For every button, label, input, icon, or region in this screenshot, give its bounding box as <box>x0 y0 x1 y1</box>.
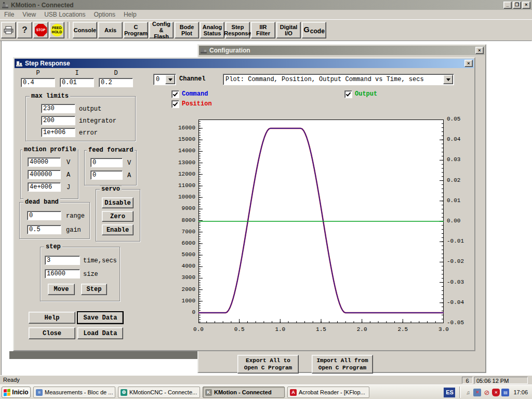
d-field[interactable] <box>99 78 133 87</box>
axis-tick-label: 0.5 <box>229 326 250 332</box>
start-button[interactable]: Inicio <box>2 387 31 398</box>
step-time-field[interactable] <box>45 256 80 265</box>
axis-tick-label: 14000 <box>168 148 195 154</box>
deadband-gain-field[interactable] <box>27 225 61 234</box>
no-entry-icon[interactable]: ⊘ <box>483 389 490 396</box>
load-data-button[interactable]: Load Data <box>77 327 123 339</box>
ff-accel-field[interactable] <box>90 170 123 180</box>
step-size-label: size <box>83 271 98 278</box>
toolbar-bode-plot-button[interactable]: BodePlot <box>175 22 199 38</box>
output-checkbox-label: Output <box>355 90 377 98</box>
output-checkbox[interactable] <box>344 90 352 98</box>
status-bar: Ready 6 05:06 12 PM <box>0 375 532 385</box>
plot-type-select[interactable]: Plot: Command, Position, Output Command … <box>223 74 454 85</box>
stop-button[interactable]: STOP <box>33 22 48 38</box>
axis-tick-label: 16000 <box>168 125 195 131</box>
dialog-close-button[interactable]: × <box>464 60 473 67</box>
max-error-field[interactable] <box>41 128 75 137</box>
task-acrobat[interactable]: A Acrobat Reader - [KFlop... <box>287 387 369 398</box>
configuration-close-button[interactable]: × <box>475 47 484 54</box>
menu-options[interactable]: Options <box>90 10 119 19</box>
help-button[interactable]: ? <box>17 22 32 38</box>
toolbar-config-flash-button[interactable]: Config& Flash <box>149 22 174 38</box>
axis-tick-label: 8000 <box>168 217 195 223</box>
toolbar-analog-status-button[interactable]: AnalogStatus <box>200 22 224 38</box>
kmotion-task-icon: K <box>205 389 212 396</box>
acrobat-icon: A <box>290 389 297 396</box>
language-indicator[interactable]: ES <box>444 388 455 397</box>
restore-button[interactable]: ❐ <box>513 2 521 9</box>
step-button[interactable]: Step <box>81 284 107 295</box>
dialog-titlebar: Step Response × <box>15 59 474 68</box>
notepad-icon: ≡ <box>36 389 43 396</box>
feed-hold-button[interactable]: FEEDHOLD <box>49 22 64 38</box>
save-data-button[interactable]: Save Data <box>77 312 123 324</box>
network-error-icon[interactable]: ✕ <box>473 389 481 396</box>
export-all-button[interactable]: Export All toOpen C Program <box>237 355 299 374</box>
axis-tick-label: 15000 <box>168 136 195 142</box>
servo-zero-button[interactable]: Zero <box>102 211 134 222</box>
tray-separator <box>459 387 461 398</box>
axis-tick-label: 7000 <box>168 229 195 235</box>
plot-dropdown-icon[interactable] <box>443 75 453 84</box>
security-shield-icon[interactable]: ✕ <box>492 389 500 396</box>
task-kmotioncnc[interactable]: ⚙ KMotionCNC - Connecte... <box>118 387 200 398</box>
max-output-field[interactable] <box>41 104 75 113</box>
position-checkbox[interactable] <box>171 100 179 108</box>
max-integrator-field[interactable] <box>41 116 75 125</box>
volume-icon[interactable]: ♫ <box>464 389 472 396</box>
toolbar-console-button[interactable]: Console <box>73 22 97 38</box>
profile-jerk-field[interactable] <box>28 182 61 192</box>
profile-accel-field[interactable] <box>28 170 61 179</box>
max-error-label: error <box>79 129 98 137</box>
close-button[interactable]: × <box>522 2 530 9</box>
ff-velocity-field[interactable] <box>90 158 123 167</box>
menu-usb-locations[interactable]: USB Locations <box>40 10 89 19</box>
command-checkbox[interactable] <box>171 90 179 98</box>
axis-tick-label: -0.03 <box>447 279 474 285</box>
toolbar-iir-filter-button[interactable]: IIRFilter <box>251 22 275 38</box>
step-size-field[interactable] <box>45 269 80 278</box>
axis-tick-label: 10000 <box>168 194 195 200</box>
minimize-button[interactable]: _ <box>503 2 512 9</box>
channel-select[interactable]: 0 <box>153 74 176 85</box>
import-all-button[interactable]: Import All fromOpen C Program <box>312 355 373 374</box>
i-field[interactable] <box>60 78 94 87</box>
toolbar-separator <box>68 22 70 38</box>
axis-tick-label: 0.04 <box>447 136 474 142</box>
desktop: KMotion - Connected _ ❐ × File View USB … <box>0 0 532 399</box>
help-icon: ? <box>22 27 27 33</box>
step-group: step time,secs size Move Step <box>40 247 120 301</box>
menu-help[interactable]: Help <box>119 10 141 19</box>
max-output-label: output <box>79 105 101 113</box>
servo-group: servo Disable Zero Enable <box>96 189 140 242</box>
deadband-range-label: range <box>66 212 85 220</box>
language-bar-icon[interactable]: ▤ <box>501 389 509 396</box>
toolbar-digital-io-button[interactable]: DigitalI/O <box>276 22 301 38</box>
profile-velocity-field[interactable] <box>28 157 61 167</box>
servo-disable-button[interactable]: Disable <box>102 197 134 208</box>
toolbar-gcode-button[interactable]: Gcode <box>302 22 326 38</box>
task-measurements[interactable]: ≡ Measurements - Bloc de ... <box>33 387 115 398</box>
toolbar: ? STOP FEEDHOLD Console Axis CProgram Co… <box>0 19 532 41</box>
menu-view[interactable]: View <box>18 10 40 19</box>
axis-tick-label: 0.03 <box>447 156 474 163</box>
task-kmotion[interactable]: K KMotion - Connected <box>203 387 285 398</box>
help-button-dialog[interactable]: Help <box>29 312 75 324</box>
motion-profile-group: motion profile V A J <box>20 150 78 199</box>
axis-tick-label: -0.04 <box>447 299 474 305</box>
servo-enable-button[interactable]: Enable <box>102 224 134 235</box>
print-button[interactable] <box>1 22 16 38</box>
ff-velocity-label: V <box>127 159 131 167</box>
toolbar-step-response-button[interactable]: StepResponse <box>225 22 250 38</box>
move-button[interactable]: Move <box>48 284 75 295</box>
axis-tick-label: 1.0 <box>270 326 290 332</box>
deadband-range-field[interactable] <box>27 211 61 220</box>
toolbar-c-program-button[interactable]: CProgram <box>124 22 148 38</box>
channel-dropdown-icon[interactable] <box>165 75 175 84</box>
menu-file[interactable]: File <box>0 10 18 19</box>
dialog-title: Step Response <box>25 60 464 67</box>
p-field[interactable] <box>21 78 55 87</box>
close-button-dialog[interactable]: Close <box>29 327 75 339</box>
toolbar-axis-button[interactable]: Axis <box>98 22 123 38</box>
